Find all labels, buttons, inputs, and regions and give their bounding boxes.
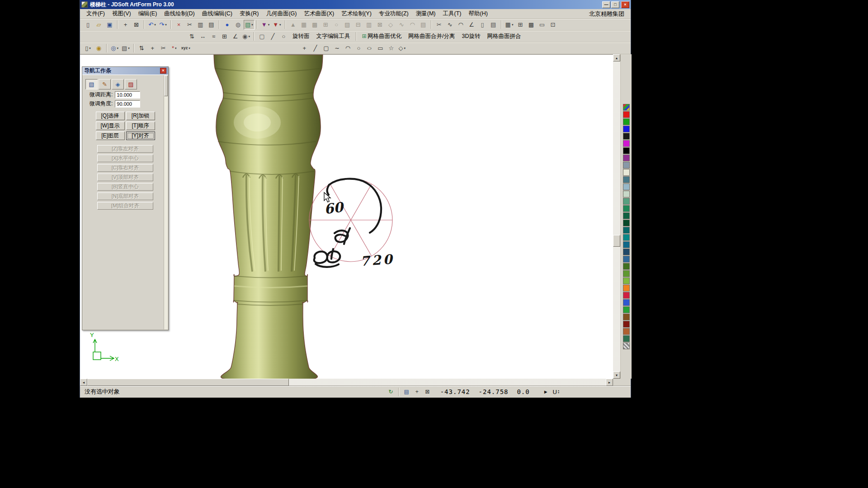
tab-sweep-button[interactable]: ◈ — [112, 79, 124, 89]
color-swatch[interactable] — [623, 227, 630, 234]
panel-button[interactable]: [W]显示 — [96, 122, 125, 130]
span-measure-button[interactable]: ↔ — [198, 32, 208, 42]
scroll-left-button[interactable]: ◄ — [80, 379, 87, 386]
draw-round-rect-button[interactable]: ▢ — [321, 43, 331, 53]
color-swatch[interactable] — [623, 104, 630, 111]
scroll-up-button[interactable]: ▲ — [613, 54, 620, 61]
panel-button[interactable]: [E]图层 — [96, 131, 125, 140]
line-draw-button[interactable]: ╱ — [268, 32, 278, 42]
redo-button[interactable]: ↷▾ — [158, 20, 168, 30]
filter-red-dropdown-icon[interactable]: ▾ — [279, 23, 281, 27]
color-swatch[interactable] — [623, 191, 630, 197]
color-swatch[interactable] — [623, 198, 630, 205]
color-swatch[interactable] — [623, 118, 630, 125]
menu-item[interactable]: 测量(M) — [412, 9, 439, 19]
vertical-scroll-thumb[interactable] — [613, 235, 620, 247]
panel-button[interactable]: [R]加锁 — [126, 112, 155, 120]
draw-rect-button[interactable]: ▭ — [375, 43, 386, 53]
horizontal-scrollbar[interactable]: ◄ ► — [80, 379, 613, 385]
view-options-dropdown-icon[interactable]: ▾ — [248, 35, 250, 38]
paste-button[interactable]: ▤ — [206, 20, 217, 30]
sheet-a-button[interactable]: ▯ — [477, 20, 488, 30]
erase-button[interactable]: × — [174, 20, 184, 30]
new-model-dropdown-icon[interactable]: ▾ — [89, 47, 91, 50]
combine-button[interactable]: ⊞ — [515, 20, 525, 30]
color-swatch[interactable] — [623, 314, 630, 320]
angle-measure-button[interactable]: ∠ — [467, 20, 477, 30]
color-swatch[interactable] — [623, 285, 630, 291]
color-swatch[interactable] — [623, 176, 630, 183]
color-swatch[interactable] — [623, 155, 630, 161]
color-swatch[interactable] — [623, 306, 630, 313]
horizontal-scroll-thumb[interactable] — [87, 379, 289, 386]
menu-item[interactable]: 曲线编辑(C) — [198, 9, 236, 19]
redo-dropdown-icon[interactable]: ▾ — [165, 23, 167, 27]
sheet-b-button[interactable]: ▤ — [488, 20, 499, 30]
color-swatch[interactable] — [623, 183, 630, 190]
text-edit-tool-button[interactable]: 文字编辑工具 — [313, 32, 354, 42]
angle-snap-button[interactable]: ∠ — [230, 32, 241, 42]
menu-item[interactable]: 艺术绘制(Y) — [338, 9, 375, 19]
color-swatch[interactable] — [623, 133, 630, 140]
regenerate-button[interactable]: ↻ — [386, 388, 396, 396]
color-swatch[interactable] — [623, 220, 630, 226]
filter-purple-button[interactable]: ▼▾ — [260, 20, 271, 30]
unit-spinner[interactable]: ▴ ▾ — [558, 389, 559, 394]
color-swatch[interactable] — [623, 299, 630, 306]
knife-button[interactable]: ✂ — [434, 20, 444, 30]
unit-selector[interactable]: U ▴ ▾ — [553, 389, 559, 395]
draw-polygon-button[interactable]: ◇▾ — [397, 43, 407, 53]
color-swatch[interactable] — [623, 169, 630, 176]
add-node-button[interactable]: + — [147, 43, 158, 53]
group-box-button[interactable]: ⊡ — [547, 20, 558, 30]
mesh-stitch-button[interactable]: 网格曲面拼合 — [484, 32, 524, 42]
nudge-angle-input[interactable] — [115, 100, 140, 108]
color-swatch[interactable] — [623, 321, 630, 328]
menu-item[interactable]: 视图(V) — [108, 9, 135, 19]
filter-purple-dropdown-icon[interactable]: ▾ — [268, 23, 270, 27]
color-swatch[interactable] — [623, 205, 630, 212]
close-view-button[interactable]: ⊠ — [423, 388, 432, 396]
circle-draw-button[interactable]: ○ — [278, 32, 289, 42]
panel-scroll-thumb[interactable] — [164, 75, 168, 96]
undo-button[interactable]: ↶▾ — [147, 20, 157, 30]
viewport-canvas[interactable]: 60 720 Y X 导航工作条 × ▧✎◈▨ 微调距离: 微调角度: — [80, 54, 613, 379]
color-swatch[interactable] — [623, 256, 630, 263]
stack-button[interactable]: ▦▾ — [504, 20, 515, 30]
rotate-3d-button[interactable]: 3D旋转 — [458, 32, 483, 42]
panel-title-bar[interactable]: 导航工作条 × — [82, 67, 168, 75]
zoom-view-dropdown-icon[interactable]: ▾ — [117, 47, 118, 50]
color-swatch[interactable] — [623, 277, 630, 284]
menu-item[interactable]: 曲线绘制(D) — [160, 9, 198, 19]
restore-button[interactable]: □ — [611, 1, 619, 8]
array-button[interactable]: ▩ — [526, 20, 536, 30]
color-swatch[interactable] — [623, 234, 630, 241]
datum-cross-button[interactable]: + — [120, 20, 131, 30]
undo-dropdown-icon[interactable]: ▾ — [154, 23, 156, 27]
draw-star-button[interactable]: ☆ — [386, 43, 396, 53]
panel-scrollbar[interactable] — [164, 75, 168, 329]
tab-draw-button[interactable]: ✎ — [99, 79, 111, 89]
scroll-right-button[interactable]: ► — [606, 379, 613, 386]
frame-button[interactable]: ▭ — [537, 20, 547, 30]
preview-window-button[interactable]: ▤ — [402, 388, 411, 396]
open-file-button[interactable]: ▱ — [94, 20, 104, 30]
menu-item[interactable]: 文件(F) — [83, 9, 108, 19]
menu-item[interactable]: 编辑(E) — [135, 9, 161, 19]
new-file-button[interactable]: ▯ — [83, 20, 93, 30]
xyz-input-button[interactable]: xyz▾ — [180, 43, 192, 53]
arc-fit-button[interactable]: ◠ — [456, 20, 466, 30]
mesh-merge-split-button[interactable]: 网格曲面合并/分离 — [405, 32, 458, 42]
color-swatch[interactable] — [623, 126, 630, 132]
draw-ellipse-button[interactable]: ○ — [364, 43, 375, 53]
tab-select-box-button[interactable]: ▧ — [85, 79, 98, 89]
draw-polygon-dropdown-icon[interactable]: ▾ — [404, 47, 406, 50]
panel-close-button[interactable]: × — [160, 68, 166, 74]
close-box-button[interactable]: ⊠ — [131, 20, 142, 30]
color-swatch[interactable] — [623, 292, 630, 299]
track-play-icon[interactable]: ► — [543, 389, 548, 394]
draw-point-button[interactable]: + — [299, 43, 310, 53]
node-edit-button[interactable]: *▾ — [169, 43, 179, 53]
panel-button[interactable]: [T]顺序 — [126, 122, 155, 130]
view-cube-dropdown-icon[interactable]: ▾ — [128, 47, 130, 50]
